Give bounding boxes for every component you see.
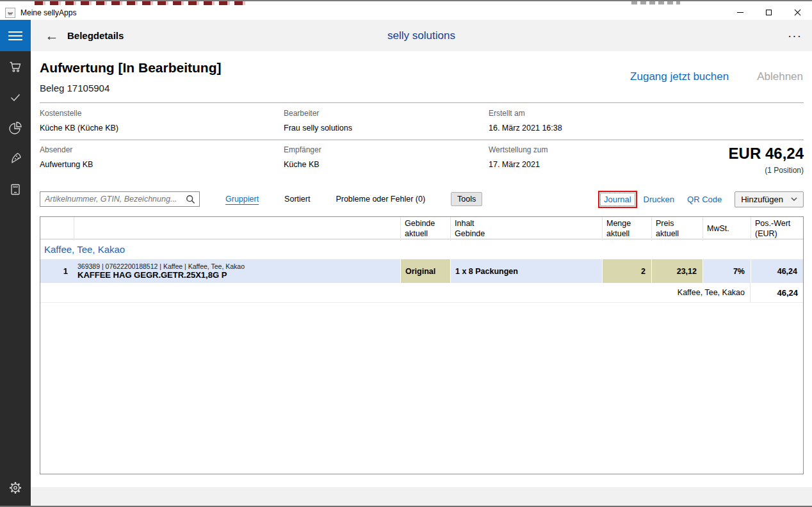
grouped-toggle[interactable]: Gruppiert <box>225 195 259 204</box>
field-bearbeiter: Bearbeiter Frau selly solutions <box>284 109 352 133</box>
app-icon: w <box>5 8 15 18</box>
search-input[interactable] <box>40 192 186 206</box>
group-header-row[interactable]: Kaffee, Tee, Kakao <box>40 239 803 259</box>
field-label: Absender <box>40 145 93 154</box>
titlebar: w Meine sellyApps <box>0 5 812 20</box>
field-label: Erstellt am <box>489 109 562 118</box>
field-absender: Absender Aufwertung KB <box>40 145 93 169</box>
close-button[interactable] <box>783 5 812 20</box>
toolbar-right-group: Journal Drucken QR Code Hinzufügen <box>598 191 804 208</box>
field-label: Kostenstelle <box>40 109 118 118</box>
print-link[interactable]: Drucken <box>644 195 674 204</box>
field-label: Empfänger <box>284 145 321 154</box>
qr-code-link[interactable]: QR Code <box>687 195 722 204</box>
table-row[interactable]: 1 369389 | 07622200188512 | Kaffee | Kaf… <box>40 259 803 283</box>
cell-gebinde[interactable]: Original <box>401 259 451 283</box>
cart-icon <box>8 59 23 74</box>
field-kostenstelle: Kostenstelle Küche KB (Küche KB) <box>40 109 118 133</box>
column-header-mwst: MwSt. <box>703 217 751 241</box>
sidebar-item-book[interactable] <box>0 174 31 205</box>
group-label: Kaffee, Tee, Kakao <box>44 244 125 255</box>
article-meta: 369389 | 07622200188512 | Kaffee | Kaffe… <box>77 262 245 270</box>
column-header-pos-wert: Pos.-Wert (EUR) <box>751 217 803 241</box>
sorted-toggle[interactable]: Sortiert <box>284 195 310 204</box>
gear-icon <box>8 480 23 495</box>
chevron-down-icon <box>791 197 797 202</box>
hamburger-menu-icon <box>8 31 22 33</box>
maximize-icon <box>766 10 772 15</box>
column-header-preis: Preis aktuell <box>652 217 703 241</box>
field-value: 17. März 2021 <box>489 160 548 169</box>
cell-preis[interactable]: 23,12 <box>652 259 703 283</box>
window-title: Meine sellyApps <box>20 8 76 17</box>
meta-row-1: Kostenstelle Küche KB (Küche KB) Bearbei… <box>40 109 804 138</box>
document-number: Beleg 17105904 <box>40 83 110 93</box>
total-positions: (1 Position) <box>729 166 804 175</box>
page-header: ← Belegdetails selly solutions ··· <box>31 20 812 51</box>
table-empty-area <box>40 303 803 474</box>
background-window-text-fragment <box>631 1 680 4</box>
tools-button[interactable]: Tools <box>451 192 482 206</box>
sidebar <box>0 20 31 506</box>
hamburger-menu-button[interactable] <box>0 20 31 51</box>
meta-row-2: Absender Aufwertung KB Empfänger Küche K… <box>40 145 804 175</box>
column-header-gebinde: Gebinde aktuell <box>401 217 451 241</box>
column-header-menge: Menge aktuell <box>603 217 652 241</box>
search-icon[interactable] <box>186 195 195 204</box>
back-button[interactable]: ← <box>41 28 63 44</box>
table-header-row: Gebinde aktuell Inhalt Gebinde Menge akt… <box>40 217 803 239</box>
page-title: Belegdetails <box>67 30 124 41</box>
journal-annotation-box: Journal <box>598 191 637 208</box>
reject-button[interactable]: Ablehnen <box>757 70 803 83</box>
book-icon <box>8 182 23 197</box>
document-title: Aufwertung [In Bearbeitung] <box>40 60 221 76</box>
problems-toggle[interactable]: Probleme oder Fehler (0) <box>336 195 425 204</box>
field-value: Küche KB <box>284 160 321 169</box>
cell-menge[interactable]: 2 <box>603 259 652 283</box>
column-header-empty <box>40 217 74 241</box>
cell-article-description: 369389 | 07622200188512 | Kaffee | Kaffe… <box>74 259 401 283</box>
main-content: Aufwertung [In Bearbeitung] Beleg 171059… <box>31 51 812 487</box>
document-total: EUR 46,24 (1 Position) <box>729 145 804 175</box>
sidebar-item-pizza[interactable] <box>0 143 31 174</box>
minimize-button[interactable] <box>726 5 754 20</box>
field-value: Aufwertung KB <box>40 160 93 169</box>
sidebar-item-settings[interactable] <box>0 472 31 503</box>
divider <box>40 102 804 103</box>
cell-pos-wert: 46,24 <box>751 259 803 283</box>
field-label: Wertstellung zum <box>489 145 548 154</box>
close-icon <box>794 9 801 16</box>
back-arrow-icon: ← <box>45 28 59 43</box>
group-subtotal-row: Kaffee, Tee, Kakao 46,24 <box>40 283 803 303</box>
app-title: selly solutions <box>31 29 812 42</box>
window-controls <box>726 5 812 20</box>
field-wertstellung: Wertstellung zum 17. März 2021 <box>489 145 548 169</box>
pie-chart-icon <box>8 120 23 136</box>
ellipsis-icon: ··· <box>788 29 802 42</box>
field-value: 16. März 2021 16:38 <box>489 124 562 133</box>
subtotal-value: 46,24 <box>750 283 803 302</box>
book-receipt-button[interactable]: Zugang jetzt buchen <box>630 70 729 83</box>
journal-link[interactable]: Journal <box>600 193 635 206</box>
minimize-icon <box>737 12 743 13</box>
check-icon <box>8 90 23 105</box>
article-name: KAFFEE HAG GEGR.GETR.25X1,8G P <box>77 270 227 280</box>
subtotal-label: Kaffee, Tee, Kakao <box>40 283 750 302</box>
sidebar-item-pie-chart[interactable] <box>0 113 31 143</box>
background-window-strip <box>0 0 812 5</box>
column-header-description <box>74 217 401 241</box>
cell-position-number: 1 <box>40 259 74 283</box>
more-options-button[interactable]: ··· <box>788 33 802 39</box>
column-header-inhalt: Inhalt Gebinde <box>451 217 603 241</box>
bottom-bar <box>31 487 812 506</box>
sidebar-item-cart[interactable] <box>0 51 31 82</box>
add-dropdown-button[interactable]: Hinzufügen <box>735 191 804 207</box>
field-value: Frau selly solutions <box>284 124 352 133</box>
maximize-button[interactable] <box>754 5 783 20</box>
sidebar-item-check[interactable] <box>0 82 31 113</box>
field-value: Küche KB (Küche KB) <box>40 124 118 133</box>
total-amount: EUR 46,24 <box>729 145 804 163</box>
app-window: w Meine sellyApps <box>0 0 812 507</box>
field-empfaenger: Empfänger Küche KB <box>284 145 321 169</box>
search-box <box>40 191 200 207</box>
